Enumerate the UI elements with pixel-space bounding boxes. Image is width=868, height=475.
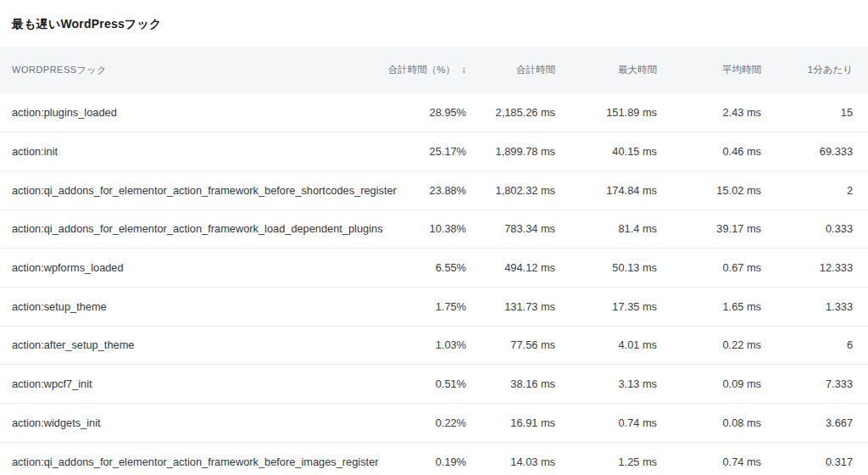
table-row[interactable]: action:wpcf7_init 0.51% 38.16 ms 3.13 ms… bbox=[0, 365, 868, 404]
hook-name-cell[interactable]: action:wpcf7_init bbox=[0, 365, 369, 404]
table-row[interactable]: action:widgets_init 0.22% 16.91 ms 0.74 … bbox=[0, 404, 868, 443]
hook-name-cell[interactable]: action:qi_addons_for_elementor_action_fr… bbox=[0, 442, 369, 475]
table-row[interactable]: action:qi_addons_for_elementor_action_fr… bbox=[0, 170, 868, 210]
avg-time-cell: 15.02 ms bbox=[657, 170, 761, 210]
max-time-cell: 1.25 ms bbox=[555, 442, 657, 475]
column-header-hook-label: WORDPRESSフック bbox=[12, 64, 107, 75]
column-header-avg-time-label: 平均時間 bbox=[722, 64, 761, 75]
table-row[interactable]: action:plugins_loaded 28.95% 2,185.26 ms… bbox=[0, 93, 868, 132]
hook-name-cell[interactable]: action:qi_addons_for_elementor_action_fr… bbox=[0, 210, 369, 249]
table-row[interactable]: action:wpforms_loaded 6.55% 494.12 ms 50… bbox=[0, 249, 868, 288]
avg-time-cell: 0.46 ms bbox=[657, 132, 761, 171]
avg-time-cell: 0.22 ms bbox=[657, 326, 761, 365]
table-body: action:plugins_loaded 28.95% 2,185.26 ms… bbox=[0, 93, 868, 475]
per-minute-cell: 6 bbox=[761, 326, 868, 365]
column-header-total-pct-label: 合計時間（%） bbox=[388, 64, 455, 75]
per-minute-cell: 1.333 bbox=[761, 287, 868, 326]
hook-name-cell[interactable]: action:qi_addons_for_elementor_action_fr… bbox=[0, 170, 369, 210]
total-time-cell: 783.34 ms bbox=[466, 210, 555, 249]
sort-desc-icon: ↓ bbox=[461, 64, 466, 75]
avg-time-cell: 0.08 ms bbox=[657, 404, 761, 443]
per-minute-cell: 3.667 bbox=[761, 404, 868, 443]
hook-name-cell[interactable]: action:after_setup_theme bbox=[0, 326, 369, 365]
column-header-total-time-label: 合計時間 bbox=[516, 64, 555, 75]
hook-name-cell[interactable]: action:init bbox=[0, 132, 369, 171]
total-pct-cell: 0.51% bbox=[369, 365, 466, 404]
table-header-row: WORDPRESSフック 合計時間（%）↓ 合計時間 最大時間 平均時間 1分あ… bbox=[0, 47, 868, 93]
total-pct-cell: 0.22% bbox=[369, 404, 466, 443]
per-minute-cell: 0.317 bbox=[761, 442, 868, 475]
column-header-hook[interactable]: WORDPRESSフック bbox=[0, 47, 369, 93]
per-minute-cell: 2 bbox=[761, 170, 868, 210]
total-pct-cell: 25.17% bbox=[369, 132, 466, 171]
table-row[interactable]: action:init 25.17% 1,899.78 ms 40.15 ms … bbox=[0, 132, 868, 171]
column-header-avg-time[interactable]: 平均時間 bbox=[657, 47, 761, 93]
table-row[interactable]: action:setup_theme 1.75% 131.73 ms 17.35… bbox=[0, 287, 868, 326]
column-header-total-pct[interactable]: 合計時間（%）↓ bbox=[369, 47, 466, 93]
total-time-cell: 131.73 ms bbox=[466, 287, 555, 326]
per-minute-cell: 12.333 bbox=[761, 249, 868, 288]
column-header-max-time-label: 最大時間 bbox=[618, 64, 657, 75]
hook-name-cell[interactable]: action:setup_theme bbox=[0, 287, 369, 326]
avg-time-cell: 0.74 ms bbox=[657, 442, 761, 475]
per-minute-cell: 0.333 bbox=[761, 210, 868, 249]
total-pct-cell: 10.38% bbox=[369, 210, 466, 249]
max-time-cell: 3.13 ms bbox=[555, 365, 657, 404]
hook-name-cell[interactable]: action:wpforms_loaded bbox=[0, 249, 369, 288]
total-time-cell: 1,802.32 ms bbox=[466, 170, 555, 210]
max-time-cell: 4.01 ms bbox=[555, 326, 657, 365]
page-title: 最も遅いWordPressフック bbox=[0, 0, 868, 47]
hook-name-cell[interactable]: action:plugins_loaded bbox=[0, 93, 369, 132]
total-time-cell: 1,899.78 ms bbox=[466, 132, 555, 171]
avg-time-cell: 0.09 ms bbox=[657, 365, 761, 404]
avg-time-cell: 0.67 ms bbox=[657, 249, 761, 288]
avg-time-cell: 39.17 ms bbox=[657, 210, 761, 249]
table-row[interactable]: action:qi_addons_for_elementor_action_fr… bbox=[0, 442, 868, 475]
per-minute-cell: 7.333 bbox=[761, 365, 868, 404]
avg-time-cell: 1.65 ms bbox=[657, 287, 761, 326]
total-time-cell: 16.91 ms bbox=[466, 404, 555, 443]
column-header-total-time[interactable]: 合計時間 bbox=[466, 47, 555, 93]
column-header-max-time[interactable]: 最大時間 bbox=[555, 47, 657, 93]
per-minute-cell: 15 bbox=[761, 93, 868, 132]
max-time-cell: 174.84 ms bbox=[555, 170, 657, 210]
avg-time-cell: 2.43 ms bbox=[657, 93, 761, 132]
table-row[interactable]: action:qi_addons_for_elementor_action_fr… bbox=[0, 210, 868, 249]
per-minute-cell: 69.333 bbox=[761, 132, 868, 171]
table-row[interactable]: action:after_setup_theme 1.03% 77.56 ms … bbox=[0, 326, 868, 365]
column-header-per-minute[interactable]: 1分あたり bbox=[761, 47, 868, 93]
max-time-cell: 17.35 ms bbox=[555, 287, 657, 326]
max-time-cell: 0.74 ms bbox=[555, 404, 657, 443]
total-pct-cell: 0.19% bbox=[369, 442, 466, 475]
max-time-cell: 81.4 ms bbox=[555, 210, 657, 249]
total-time-cell: 77.56 ms bbox=[466, 326, 555, 365]
slowest-wordpress-hooks-panel: 最も遅いWordPressフック WORDPRESSフック 合計時間（%）↓ 合… bbox=[0, 0, 868, 475]
total-pct-cell: 6.55% bbox=[369, 249, 466, 288]
total-time-cell: 14.03 ms bbox=[466, 442, 555, 475]
hook-name-cell[interactable]: action:widgets_init bbox=[0, 404, 369, 443]
hooks-table: WORDPRESSフック 合計時間（%）↓ 合計時間 最大時間 平均時間 1分あ… bbox=[0, 47, 868, 475]
column-header-per-minute-label: 1分あたり bbox=[808, 64, 853, 75]
max-time-cell: 50.13 ms bbox=[555, 249, 657, 288]
total-pct-cell: 28.95% bbox=[369, 93, 466, 132]
total-time-cell: 38.16 ms bbox=[466, 365, 555, 404]
total-time-cell: 2,185.26 ms bbox=[466, 93, 555, 132]
total-pct-cell: 1.03% bbox=[369, 326, 466, 365]
max-time-cell: 40.15 ms bbox=[555, 132, 657, 171]
total-time-cell: 494.12 ms bbox=[466, 249, 555, 288]
max-time-cell: 151.89 ms bbox=[555, 93, 657, 132]
total-pct-cell: 1.75% bbox=[369, 287, 466, 326]
